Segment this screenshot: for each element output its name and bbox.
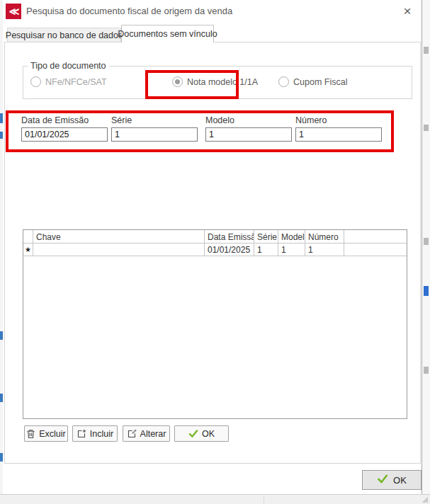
incluir-button[interactable]: Incluir xyxy=(72,425,118,442)
field-serie: Série xyxy=(111,115,198,142)
background-fragment xyxy=(424,125,429,131)
field-numero: Número xyxy=(295,115,382,142)
modelo-input[interactable] xyxy=(205,127,292,142)
table-header-row: Chave Data Emissão Série Modelo Número xyxy=(23,230,407,244)
numero-input[interactable] xyxy=(295,127,382,142)
groupbox-legend: Tipo de documento xyxy=(28,61,109,71)
radio-circle-icon xyxy=(278,76,289,87)
col-serie[interactable]: Série xyxy=(254,230,278,244)
resize-grip xyxy=(422,497,428,503)
col-data-emissao[interactable]: Data Emissão xyxy=(205,230,254,244)
radio-nfe-nfce-sat[interactable]: NFe/NFCe/SAT xyxy=(30,76,107,87)
excluir-label: Excluir xyxy=(39,429,66,439)
background-fragment-selected xyxy=(424,286,429,296)
col-selector xyxy=(23,230,33,244)
cell-empty xyxy=(344,244,407,256)
check-icon xyxy=(188,430,198,438)
background-fragment xyxy=(424,238,429,245)
tab-documentos-sem-vinculo[interactable]: Documentos sem vínculo xyxy=(121,25,214,42)
background-fragment xyxy=(424,47,429,54)
col-empty xyxy=(344,230,407,244)
radio-nota-modelo-1-1a[interactable]: Nota modelo 1/1A xyxy=(172,76,258,87)
field-data-emissao: Data de Emissão xyxy=(21,115,108,142)
statusbar-divider xyxy=(264,496,264,504)
field-label: Modelo xyxy=(205,115,292,125)
current-row-star-icon: ★ xyxy=(25,246,31,253)
incluir-label: Incluir xyxy=(90,429,113,439)
data-emissao-input[interactable] xyxy=(21,127,108,142)
radio-circle-icon xyxy=(30,76,41,87)
background-fragment xyxy=(424,367,429,374)
dialog-ok-button[interactable]: OK xyxy=(362,470,421,490)
serie-input[interactable] xyxy=(111,127,198,142)
dialog-title: Pesquisa do documento fiscal de origem d… xyxy=(26,0,232,23)
trash-icon xyxy=(26,429,35,439)
check-icon xyxy=(377,474,388,486)
cell-serie[interactable]: 1 xyxy=(254,244,278,256)
cell-modelo[interactable]: 1 xyxy=(278,244,305,256)
tab-panel-documentos-sem-vinculo: Tipo de documento NFe/NFCe/SAT Nota mode… xyxy=(4,42,421,464)
groupbox-tipo-documento: Tipo de documento NFe/NFCe/SAT Nota mode… xyxy=(23,66,412,99)
cell-numero[interactable]: 1 xyxy=(305,244,344,256)
field-modelo: Modelo xyxy=(205,115,292,142)
field-label: Data de Emissão xyxy=(21,115,108,125)
table-row[interactable]: ★ 01/01/2025 1 1 1 xyxy=(23,244,407,256)
radio-circle-icon xyxy=(172,76,183,87)
excluir-button[interactable]: Excluir xyxy=(24,425,68,442)
row-selector-cell[interactable]: ★ xyxy=(23,244,33,256)
add-document-icon xyxy=(77,429,86,439)
grid-ok-label: OK xyxy=(202,429,215,439)
col-numero[interactable]: Número xyxy=(305,230,344,244)
radio-label: Nota modelo 1/1A xyxy=(187,77,258,87)
cell-data-emissao[interactable]: 01/01/2025 xyxy=(205,244,254,256)
radio-label: Cupom Fiscal xyxy=(293,77,347,87)
dialog-pesquisa-documento-fiscal: ≪ Pesquisa do documento fiscal de origem… xyxy=(3,0,422,494)
dialog-titlebar[interactable]: ≪ Pesquisa do documento fiscal de origem… xyxy=(3,0,421,23)
col-chave[interactable]: Chave xyxy=(33,230,205,244)
grid-ok-button[interactable]: OK xyxy=(174,425,229,442)
dialog-ok-label: OK xyxy=(393,475,407,486)
edit-icon xyxy=(127,429,137,439)
documents-table[interactable]: Chave Data Emissão Série Modelo Número ★… xyxy=(23,229,407,419)
cell-chave[interactable] xyxy=(33,244,205,256)
app-logo-icon: ≪ xyxy=(6,4,21,19)
alterar-button[interactable]: Alterar xyxy=(123,425,170,442)
background-statusbar xyxy=(0,494,430,504)
close-icon[interactable]: × xyxy=(399,3,416,20)
radio-cupom-fiscal[interactable]: Cupom Fiscal xyxy=(278,76,347,87)
alterar-label: Alterar xyxy=(140,429,166,439)
background-window-sliver-right xyxy=(422,0,430,494)
field-label: Série xyxy=(111,115,198,125)
radio-label: NFe/NFCe/SAT xyxy=(45,77,107,87)
field-label: Número xyxy=(295,115,382,125)
col-modelo[interactable]: Modelo xyxy=(278,230,305,244)
tab-pesquisar-banco-dados[interactable]: Pesquisar no banco de dados xyxy=(7,28,121,42)
